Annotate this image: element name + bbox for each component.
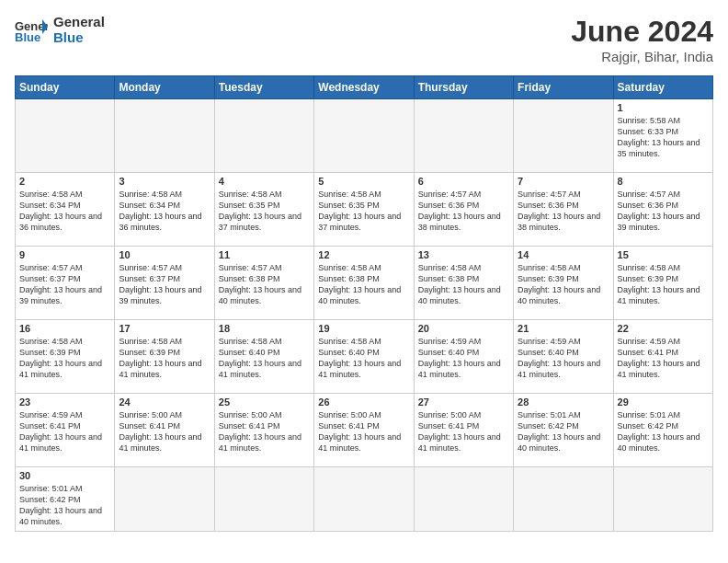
sunrise-label: Sunrise: 5:01 AM — [618, 410, 681, 419]
sunset-label: Sunset: 6:38 PM — [418, 274, 480, 283]
day-number: 22 — [618, 323, 709, 334]
daylight-label: Daylight: 13 hours and 41 minutes. — [219, 432, 301, 453]
calendar-day-cell: 25Sunrise: 5:00 AMSunset: 6:41 PMDayligh… — [214, 394, 313, 467]
day-info: Sunrise: 4:58 AMSunset: 6:40 PMDaylight:… — [219, 336, 310, 381]
day-number: 28 — [518, 396, 609, 408]
day-number: 14 — [518, 249, 609, 260]
day-info: Sunrise: 5:00 AMSunset: 6:41 PMDaylight:… — [318, 409, 409, 454]
day-info: Sunrise: 5:01 AMSunset: 6:42 PMDaylight:… — [19, 483, 110, 528]
sunrise-label: Sunrise: 4:57 AM — [518, 190, 581, 199]
daylight-label: Daylight: 13 hours and 40 minutes. — [418, 285, 501, 305]
daylight-label: Daylight: 13 hours and 39 minutes. — [19, 285, 102, 305]
daylight-label: Daylight: 13 hours and 39 minutes. — [119, 285, 201, 305]
calendar-week-row: 2Sunrise: 4:58 AMSunset: 6:34 PMDaylight… — [16, 173, 713, 247]
calendar-day-cell: 11Sunrise: 4:57 AMSunset: 6:38 PMDayligh… — [214, 247, 313, 320]
calendar-location: Rajgir, Bihar, India — [571, 49, 713, 64]
calendar-week-row: 1Sunrise: 5:58 AMSunset: 6:33 PMDaylight… — [16, 99, 713, 173]
calendar-day-cell — [214, 99, 313, 173]
sunset-label: Sunset: 6:41 PM — [119, 421, 180, 431]
calendar-day-cell — [514, 467, 613, 532]
day-info: Sunrise: 4:58 AMSunset: 6:39 PMDaylight:… — [119, 336, 210, 381]
day-number: 20 — [418, 323, 509, 334]
day-info: Sunrise: 4:59 AMSunset: 6:40 PMDaylight:… — [518, 336, 609, 381]
sunset-label: Sunset: 6:41 PM — [19, 421, 81, 431]
calendar-day-cell: 27Sunrise: 5:00 AMSunset: 6:41 PMDayligh… — [414, 394, 513, 467]
daylight-label: Daylight: 13 hours and 36 minutes. — [119, 212, 201, 232]
day-info: Sunrise: 4:59 AMSunset: 6:41 PMDaylight:… — [618, 336, 709, 381]
day-info: Sunrise: 4:58 AMSunset: 6:34 PMDaylight:… — [19, 189, 110, 234]
day-info: Sunrise: 4:58 AMSunset: 6:35 PMDaylight:… — [219, 189, 310, 234]
sunrise-label: Sunrise: 4:59 AM — [19, 410, 83, 419]
calendar-day-cell: 6Sunrise: 4:57 AMSunset: 6:36 PMDaylight… — [414, 173, 513, 247]
calendar-day-cell — [314, 467, 414, 532]
sunrise-label: Sunrise: 4:58 AM — [19, 337, 83, 346]
day-number: 5 — [318, 176, 409, 187]
calendar-title: June 2024 — [571, 15, 713, 49]
daylight-label: Daylight: 13 hours and 41 minutes. — [318, 359, 401, 379]
daylight-label: Daylight: 13 hours and 41 minutes. — [219, 359, 301, 379]
calendar-day-cell: 5Sunrise: 4:58 AMSunset: 6:35 PMDaylight… — [314, 173, 414, 247]
sunset-label: Sunset: 6:39 PM — [618, 274, 679, 283]
daylight-label: Daylight: 13 hours and 40 minutes. — [518, 432, 600, 453]
sunset-label: Sunset: 6:39 PM — [119, 348, 180, 357]
day-number: 4 — [219, 176, 310, 187]
calendar-day-cell: 10Sunrise: 4:57 AMSunset: 6:37 PMDayligh… — [115, 247, 214, 320]
day-info: Sunrise: 4:58 AMSunset: 6:38 PMDaylight:… — [318, 262, 409, 307]
calendar-day-cell: 9Sunrise: 4:57 AMSunset: 6:37 PMDaylight… — [16, 247, 115, 320]
day-number: 25 — [219, 396, 310, 408]
daylight-label: Daylight: 13 hours and 39 minutes. — [618, 212, 700, 232]
day-number: 1 — [618, 102, 709, 113]
sunset-label: Sunset: 6:35 PM — [219, 201, 280, 210]
day-number: 8 — [618, 176, 709, 187]
daylight-label: Daylight: 13 hours and 41 minutes. — [19, 432, 102, 453]
sunrise-label: Sunrise: 4:57 AM — [19, 263, 83, 272]
page-header: General Blue General Blue June 2024 Rajg… — [15, 15, 713, 64]
day-number: 23 — [19, 396, 110, 408]
calendar-day-cell: 23Sunrise: 4:59 AMSunset: 6:41 PMDayligh… — [16, 394, 115, 467]
day-number: 16 — [19, 323, 110, 334]
daylight-label: Daylight: 13 hours and 36 minutes. — [19, 212, 102, 232]
day-number: 9 — [19, 249, 110, 260]
calendar-day-cell: 19Sunrise: 4:58 AMSunset: 6:40 PMDayligh… — [314, 320, 414, 394]
sunrise-label: Sunrise: 4:57 AM — [119, 263, 182, 272]
calendar-day-cell — [414, 467, 513, 532]
daylight-label: Daylight: 13 hours and 41 minutes. — [119, 432, 201, 453]
daylight-label: Daylight: 13 hours and 41 minutes. — [518, 359, 600, 379]
day-info: Sunrise: 5:01 AMSunset: 6:42 PMDaylight:… — [618, 409, 709, 454]
sunrise-label: Sunrise: 4:58 AM — [318, 263, 381, 272]
sunset-label: Sunset: 6:42 PM — [518, 421, 579, 431]
calendar-week-row: 16Sunrise: 4:58 AMSunset: 6:39 PMDayligh… — [16, 320, 713, 394]
sunset-label: Sunset: 6:40 PM — [219, 348, 280, 357]
calendar-day-cell — [314, 99, 414, 173]
logo-blue-text: Blue — [53, 30, 105, 46]
daylight-label: Daylight: 13 hours and 35 minutes. — [618, 138, 700, 158]
daylight-label: Daylight: 13 hours and 41 minutes. — [418, 359, 501, 379]
sunset-label: Sunset: 6:35 PM — [318, 201, 380, 210]
sunrise-label: Sunrise: 4:58 AM — [219, 337, 282, 346]
day-info: Sunrise: 4:58 AMSunset: 6:39 PMDaylight:… — [518, 262, 609, 307]
daylight-label: Daylight: 13 hours and 41 minutes. — [618, 285, 700, 305]
daylight-label: Daylight: 13 hours and 40 minutes. — [618, 432, 700, 453]
title-block: June 2024 Rajgir, Bihar, India — [571, 15, 713, 64]
calendar-day-cell: 26Sunrise: 5:00 AMSunset: 6:41 PMDayligh… — [314, 394, 414, 467]
calendar-day-cell: 21Sunrise: 4:59 AMSunset: 6:40 PMDayligh… — [514, 320, 613, 394]
sunrise-label: Sunrise: 4:58 AM — [19, 190, 83, 199]
calendar-day-cell: 12Sunrise: 4:58 AMSunset: 6:38 PMDayligh… — [314, 247, 414, 320]
sunrise-label: Sunrise: 4:59 AM — [418, 337, 482, 346]
sunrise-label: Sunrise: 4:57 AM — [618, 190, 681, 199]
day-number: 27 — [418, 396, 509, 408]
daylight-label: Daylight: 13 hours and 41 minutes. — [119, 359, 201, 379]
day-info: Sunrise: 5:01 AMSunset: 6:42 PMDaylight:… — [518, 409, 609, 454]
weekday-header-tuesday: Tuesday — [214, 76, 313, 99]
sunrise-label: Sunrise: 4:59 AM — [618, 337, 681, 346]
daylight-label: Daylight: 13 hours and 41 minutes. — [318, 432, 401, 453]
sunrise-label: Sunrise: 4:58 AM — [618, 263, 681, 272]
sunrise-label: Sunrise: 4:58 AM — [219, 190, 282, 199]
day-info: Sunrise: 5:00 AMSunset: 6:41 PMDaylight:… — [418, 409, 509, 454]
day-number: 24 — [119, 396, 210, 408]
calendar-week-row: 23Sunrise: 4:59 AMSunset: 6:41 PMDayligh… — [16, 394, 713, 467]
day-number: 12 — [318, 249, 409, 260]
day-info: Sunrise: 4:58 AMSunset: 6:38 PMDaylight:… — [418, 262, 509, 307]
calendar-day-cell: 7Sunrise: 4:57 AMSunset: 6:36 PMDaylight… — [514, 173, 613, 247]
day-info: Sunrise: 5:00 AMSunset: 6:41 PMDaylight:… — [219, 409, 310, 454]
